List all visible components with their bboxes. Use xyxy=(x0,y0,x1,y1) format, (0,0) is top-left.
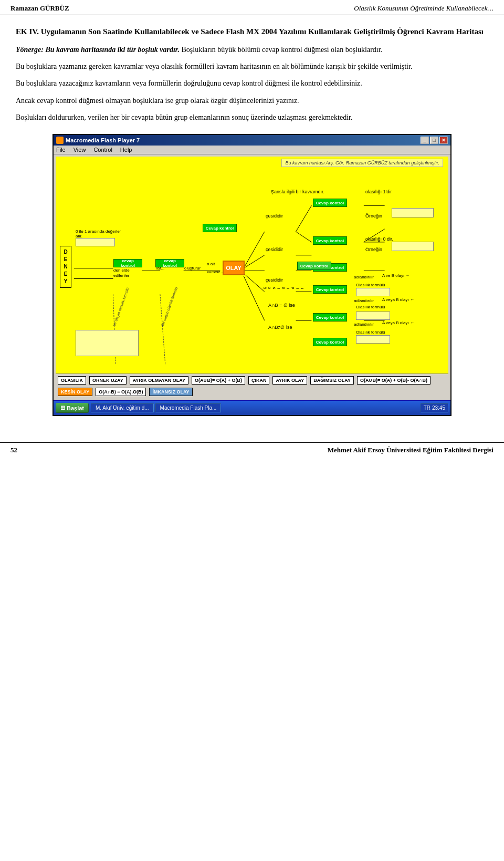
nalt-label: n alt xyxy=(207,262,215,266)
paragraph-5: Boşlukları doldururken, verilen her bir … xyxy=(16,112,488,123)
taskbar-tray: TR 23:45 xyxy=(421,403,448,412)
flash-icon xyxy=(56,137,64,144)
paragraph-2: Bu boşluklara yazmanız gereken kavramlar… xyxy=(16,61,488,72)
cevap-kontrol-btn-7[interactable]: Cevap kontrol xyxy=(313,338,347,346)
bottom-legend: OLASILIK ÖRNEK UZAY AYRIK OLMAYAN OLAY O… xyxy=(56,374,448,398)
cesididir2-label: çesididir xyxy=(266,247,283,252)
menu-view[interactable]: View xyxy=(74,147,86,153)
start-label: Başlat xyxy=(67,405,84,411)
olasilik1-label: olasılığı 1'dir xyxy=(365,189,392,194)
svg-line-23 xyxy=(160,295,165,365)
olay-box: OLAY xyxy=(223,261,245,275)
taskbar-items: M. Akıf Üniv. eğitim d... Macromedia Fla… xyxy=(91,403,418,412)
den-elde-label: den elde xyxy=(113,268,130,273)
lar-label: lar... xyxy=(156,266,164,271)
svg-line-9 xyxy=(244,276,265,321)
diagonal-label-2: Bir olayın olasılık formülü xyxy=(161,287,178,327)
page-footer: 52 Mehmet Akif Ersoy Üniversitesi Eğitim… xyxy=(0,442,504,458)
input-box-2[interactable] xyxy=(392,242,434,251)
olasilik-formulu1: Olasılık formülü xyxy=(356,283,385,287)
start-button[interactable]: ⊞ Başlat xyxy=(56,403,89,413)
left-input-1[interactable] xyxy=(76,238,115,246)
close-button[interactable]: ✕ xyxy=(439,137,448,144)
cesididir3-label: çesididir xyxy=(266,277,283,283)
section-title: EK IV. Uygulamanın Son Saatinde Kullanıl… xyxy=(16,26,488,38)
aveb-label: A ve B olayı ← xyxy=(382,273,410,278)
sansla-label: Şansla ilgili bir kavramdır. xyxy=(271,189,324,194)
olasilik0-label: olasılığı 0 dir. xyxy=(365,236,393,242)
cevap-kontrol-left-1[interactable]: cevap kontrol xyxy=(113,259,142,267)
input-box-1[interactable] xyxy=(392,208,434,217)
windows-icon: ⊞ xyxy=(60,404,65,411)
formula-input-2[interactable] xyxy=(356,312,390,320)
journal-title-header: Olasılık Konusunun Öğretiminde Kullanabi… xyxy=(354,4,494,13)
flash-titlebar: Macromedia Flash Player 7 _ □ ✕ xyxy=(54,135,450,146)
anb-label1: A∩B = ∅ ise xyxy=(268,303,295,308)
legend-bagimsiz: BAĞIMSIZ OLAY xyxy=(310,376,354,385)
range-label: 0 ile 1 arasında değerler alır. xyxy=(76,229,128,238)
journal-name-footer: Mehmet Akif Ersoy Üniversitesi Eğitim Fa… xyxy=(328,446,494,454)
taskbar-item-1[interactable]: M. Akıf Üniv. eğitim d... xyxy=(91,403,154,412)
legend-olasilik: OLASILIK xyxy=(58,376,86,385)
concept-map-area: Bu kavram haritası Arş. Gör. Ramazan GÜR… xyxy=(56,157,448,398)
tray-locale: TR xyxy=(424,405,430,411)
svg-line-5 xyxy=(244,232,265,268)
titlebar-buttons[interactable]: _ □ ✕ xyxy=(421,137,448,144)
author-name: Ramazan GÜRBÜZ xyxy=(10,4,69,13)
legend-formula-3: O(A∩B) = O(A).O(B) xyxy=(96,388,146,396)
olusturur-label: oluşturur xyxy=(184,266,201,271)
paragraph-4: Ancak cevap kontrol düğmesi olmayan boşl… xyxy=(16,95,488,107)
menu-file[interactable]: File xyxy=(56,147,66,153)
page-header: Ramazan GÜRBÜZ Olasılık Konusunun Öğreti… xyxy=(0,0,504,15)
svg-line-11 xyxy=(296,232,312,242)
svg-line-10 xyxy=(296,206,312,232)
taskbar-item-2[interactable]: Macromedia Flash Pla... xyxy=(155,403,222,412)
olasilik-formulu2: Olasılık formülü xyxy=(356,305,385,309)
left-big-input[interactable] xyxy=(76,330,139,356)
cevap-kontrol-btn-2[interactable]: Cevap kontrol xyxy=(313,199,347,207)
svg-line-6 xyxy=(244,255,265,268)
minimize-button[interactable]: _ xyxy=(421,137,429,144)
legend-ornek-uzay: ÖRNEK UZAY xyxy=(89,376,127,385)
adlandirilir1-label: adlandırılır xyxy=(354,275,374,279)
legend-imkansiz: İMKANSIZ OLAY xyxy=(149,388,192,396)
cevap-kontrol-btn-5[interactable]: Cevap kontrol xyxy=(313,285,347,294)
maximize-button[interactable]: □ xyxy=(430,137,438,144)
cevap-kontrol-btn-6[interactable]: Cevap kontrol xyxy=(313,313,347,321)
legend-cikan: ÇIKAN xyxy=(248,376,270,385)
adlandirilir3-label: adlandırılır xyxy=(354,322,374,327)
cesididir-vertical: çeşididir xyxy=(262,287,304,289)
deney-box: DENEY xyxy=(60,246,71,288)
page-number: 52 xyxy=(10,446,17,454)
cevap-kontrol-btn-1[interactable]: Cevap kontrol xyxy=(203,224,237,232)
aveya-b-label: A veya B olayı ← xyxy=(382,297,414,302)
flash-window: Macromedia Flash Player 7 _ □ ✕ File Vie… xyxy=(52,134,452,416)
menu-help[interactable]: Help xyxy=(120,147,132,153)
adlandirilir2-label: adlandırılır xyxy=(354,298,374,303)
diagonal-label-1: bir olayın olasılık formülü xyxy=(112,287,130,327)
formula-input-3[interactable] xyxy=(356,335,390,344)
legend-ayrik-olmayan: AYRIK OLMAYAN OLAY xyxy=(130,376,188,385)
aveya-b2-label: A veya B olayı ← xyxy=(382,320,414,325)
legend-formula-1: O(A∪B)= O(A) + O(B) xyxy=(192,376,245,385)
flash-menubar: File View Control Help xyxy=(54,146,450,154)
orneg1-label: Örneğin xyxy=(365,213,382,219)
info-banner: Bu kavram haritası Arş. Gör. Ramazan GÜR… xyxy=(281,159,443,167)
taskbar: ⊞ Başlat M. Akıf Üniv. eğitim d... Macro… xyxy=(54,400,450,415)
main-content: EK IV. Uygulamanın Son Saatinde Kullanıl… xyxy=(0,15,504,437)
cevap-kontrol-btn-3[interactable]: Cevap kontrol xyxy=(313,236,347,245)
flash-titlebar-left: Macromedia Flash Player 7 xyxy=(56,137,140,144)
cevap-kontrol-center[interactable]: Cevap kontrol xyxy=(297,262,331,270)
menu-control[interactable]: Control xyxy=(93,147,112,153)
svg-line-8 xyxy=(244,274,265,292)
cesididir1-label: çesididir xyxy=(266,213,283,219)
anb-label2: A∩B≠∅ ise xyxy=(268,325,292,330)
formula-input-1[interactable] xyxy=(356,288,390,296)
tray-time: 23:45 xyxy=(432,405,445,411)
legend-formula-2: O(A∪B)= O(A) + O(B)- O(A∩B) xyxy=(357,376,430,385)
legend-ayrik-olay: AYRIK OLAY xyxy=(272,376,307,385)
orneg2-label: Örneğin xyxy=(365,247,382,252)
paragraph-1: Yönerge: Bu kavram haritasında iki tür b… xyxy=(16,44,488,56)
edilenler-label: edilenler xyxy=(113,273,129,278)
legend-kesin: KESİN OLAY xyxy=(58,388,92,396)
